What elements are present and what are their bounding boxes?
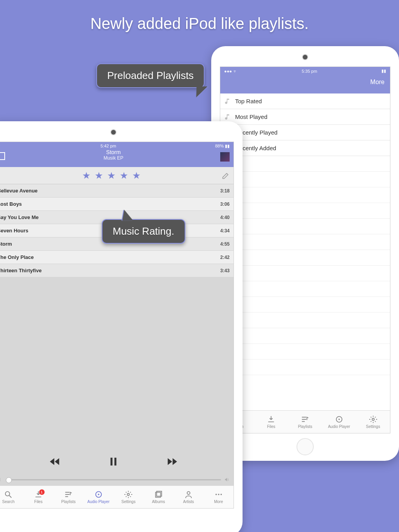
svg-point-14 bbox=[218, 494, 219, 495]
gear-icon bbox=[124, 490, 133, 499]
album-art-icon[interactable] bbox=[220, 152, 230, 162]
svg-point-9 bbox=[128, 493, 130, 496]
tab-albums[interactable]: Albums bbox=[147, 490, 170, 504]
home-button[interactable] bbox=[297, 438, 314, 455]
battery-icon: ▮▮ bbox=[381, 68, 386, 74]
playlist-item[interactable]: Recently Played bbox=[220, 125, 390, 140]
playback-controls bbox=[0, 451, 234, 472]
forward-icon[interactable] bbox=[166, 456, 178, 467]
music-note-icon bbox=[224, 98, 231, 105]
search-icon bbox=[4, 490, 13, 499]
tab-bar: Search Files Playlists Audio Player Sett… bbox=[220, 410, 390, 433]
tablet-player: ᯤ 5:42 pm 88% ▮▮ Storm Musik EP ★★★★★ Be… bbox=[0, 121, 243, 532]
track-row[interactable]: The Only Place2:42 bbox=[0, 251, 234, 264]
track-row[interactable]: Bellevue Avenue3:18 bbox=[0, 184, 234, 198]
playlist-item[interactable]: Most Played bbox=[220, 109, 390, 125]
playlist-icon bbox=[301, 415, 309, 424]
track-row[interactable]: Lost Boys3:06 bbox=[0, 198, 234, 211]
svg-point-3 bbox=[338, 419, 340, 420]
callout-rating: Music Rating. bbox=[102, 219, 185, 244]
tab-bar: Search 1 Files Playlists Audio Player Se… bbox=[0, 485, 234, 508]
rating-row[interactable]: ★★★★★ bbox=[0, 167, 234, 184]
files-badge: 1 bbox=[39, 489, 45, 495]
tab-files[interactable]: 1 Files bbox=[27, 490, 50, 504]
pause-icon[interactable] bbox=[108, 456, 119, 467]
svg-point-8 bbox=[98, 494, 99, 495]
battery-label: 88% ▮▮ bbox=[215, 144, 230, 149]
now-playing-album: Musik EP bbox=[0, 155, 234, 161]
wifi-icon: ᯤ bbox=[0, 144, 2, 149]
speaker-high-icon bbox=[224, 477, 230, 482]
svg-point-13 bbox=[215, 494, 217, 495]
header-bar: ●●● ᯤ 5:35 pm ▮▮ More bbox=[220, 67, 390, 93]
download-icon bbox=[267, 415, 275, 424]
svg-line-6 bbox=[9, 496, 12, 498]
playlist-item[interactable]: Recently Added bbox=[220, 140, 390, 156]
svg-point-5 bbox=[5, 492, 10, 496]
speaker-low-icon bbox=[0, 477, 3, 482]
tab-more[interactable]: More bbox=[207, 490, 230, 504]
artist-icon bbox=[184, 490, 193, 499]
disc-icon bbox=[94, 490, 103, 499]
svg-point-12 bbox=[187, 492, 190, 494]
empty-rows bbox=[220, 156, 390, 375]
camera-icon bbox=[111, 130, 116, 135]
tab-playlists[interactable]: Playlists bbox=[293, 415, 317, 429]
carrier-icon: ●●● ᯤ bbox=[224, 69, 237, 74]
headline: Newly added iPod like playlists. bbox=[0, 0, 399, 32]
volume-slider[interactable] bbox=[6, 479, 221, 480]
more-link[interactable]: More bbox=[370, 79, 385, 86]
tab-settings[interactable]: Settings bbox=[361, 415, 385, 429]
camera-icon bbox=[303, 55, 307, 59]
clock: 5:42 pm bbox=[101, 144, 116, 149]
more-icon bbox=[214, 490, 223, 499]
star-icon[interactable]: ★★★★★ bbox=[82, 170, 145, 181]
player-header: ᯤ 5:42 pm 88% ▮▮ Storm Musik EP bbox=[0, 142, 234, 167]
volume-row[interactable] bbox=[0, 477, 230, 482]
back-icon[interactable] bbox=[0, 152, 5, 160]
rewind-icon[interactable] bbox=[49, 456, 61, 467]
albums-icon bbox=[154, 490, 163, 499]
gear-icon bbox=[369, 415, 377, 424]
tab-audio-player[interactable]: Audio Player bbox=[87, 490, 110, 504]
svg-point-15 bbox=[220, 494, 222, 495]
tab-playlists[interactable]: Playlists bbox=[57, 490, 80, 504]
tab-settings[interactable]: Settings bbox=[117, 490, 140, 504]
music-note-icon bbox=[224, 113, 231, 120]
tab-artists[interactable]: Artists bbox=[177, 490, 200, 504]
clock: 5:35 pm bbox=[302, 69, 317, 74]
svg-point-4 bbox=[372, 418, 374, 421]
now-playing-song: Storm bbox=[0, 149, 234, 155]
track-row[interactable]: Thirteen Thirtyfive3:43 bbox=[0, 264, 234, 277]
disc-icon bbox=[335, 415, 343, 424]
callout-preloaded: Preloaded Playlists bbox=[96, 63, 205, 88]
tab-files[interactable]: Files bbox=[259, 415, 283, 429]
playlist-item[interactable]: Top Rated bbox=[220, 93, 390, 109]
playlist-list: Top Rated Most Played Recently Played Re… bbox=[220, 93, 390, 156]
playlist-icon bbox=[64, 490, 73, 499]
edit-icon[interactable] bbox=[222, 172, 230, 180]
tab-search[interactable]: Search bbox=[0, 490, 20, 504]
tab-audio-player[interactable]: Audio Player bbox=[327, 415, 351, 429]
